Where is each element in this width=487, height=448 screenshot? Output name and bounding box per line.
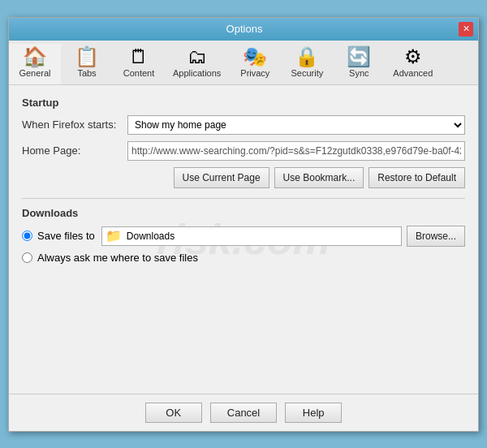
tab-sync-label: Sync	[349, 68, 368, 78]
section-divider	[22, 198, 465, 199]
when-firefox-starts-label: When Firefox starts:	[22, 118, 127, 131]
tab-content[interactable]: 🗒 Content	[113, 44, 165, 84]
downloads-section-title: Downloads	[22, 207, 465, 219]
window-title: Options	[30, 23, 459, 35]
tab-privacy-label: Privacy	[240, 68, 269, 78]
tab-privacy[interactable]: 🎭 Privacy	[229, 44, 281, 84]
when-firefox-starts-row: When Firefox starts: Show my home page S…	[22, 115, 465, 135]
startup-section-title: Startup	[22, 97, 465, 109]
options-window: Options ✕ 🏠 General 📋 Tabs 🗒 Content 🗂 A…	[8, 17, 479, 432]
save-files-row: Save files to 📁 Downloads Browse...	[22, 226, 465, 247]
tabs-icon: 📋	[75, 47, 99, 67]
tab-tabs-label: Tabs	[77, 68, 96, 78]
help-button[interactable]: Help	[285, 403, 342, 423]
cancel-button[interactable]: Cancel	[210, 403, 277, 423]
content-area: risk.com Startup When Firefox starts: Sh…	[9, 85, 478, 394]
downloads-section: Downloads Save files to 📁 Downloads Brow…	[22, 207, 465, 264]
tab-applications[interactable]: 🗂 Applications	[165, 44, 229, 84]
sync-icon: 🔄	[347, 47, 371, 67]
tab-applications-label: Applications	[173, 68, 221, 78]
advanced-icon: ⚙	[404, 47, 422, 67]
home-page-row: Home Page:	[22, 141, 465, 161]
tab-security[interactable]: 🔒 Security	[281, 44, 333, 84]
browse-button[interactable]: Browse...	[407, 226, 465, 247]
tab-tabs[interactable]: 📋 Tabs	[61, 44, 113, 84]
home-page-input[interactable]	[127, 141, 465, 161]
tab-advanced[interactable]: ⚙ Advanced	[385, 44, 441, 84]
always-ask-label: Always ask me where to save files	[37, 252, 198, 264]
applications-icon: 🗂	[187, 47, 207, 67]
download-path-box: 📁 Downloads	[101, 226, 402, 246]
ok-button[interactable]: OK	[145, 403, 202, 423]
tab-sync[interactable]: 🔄 Sync	[333, 44, 385, 84]
privacy-icon: 🎭	[243, 47, 267, 67]
save-files-text: Save files to	[37, 230, 95, 242]
home-page-label: Home Page:	[22, 144, 127, 157]
always-ask-radio[interactable]	[22, 252, 32, 263]
save-files-radio[interactable]	[22, 230, 32, 241]
save-files-label: Save files to	[22, 230, 95, 242]
use-bookmark-button[interactable]: Use Bookmark...	[274, 167, 364, 188]
restore-to-default-button[interactable]: Restore to Default	[368, 167, 465, 188]
general-icon: 🏠	[23, 47, 47, 67]
content-icon: 🗒	[129, 47, 149, 67]
download-path-text: Downloads	[127, 230, 175, 242]
always-ask-row: Always ask me where to save files	[22, 252, 465, 264]
title-bar: Options ✕	[9, 18, 478, 41]
tab-security-label: Security	[291, 68, 323, 78]
footer: OK Cancel Help	[9, 394, 478, 431]
folder-icon: 📁	[106, 228, 122, 243]
tab-advanced-label: Advanced	[393, 68, 433, 78]
use-current-page-button[interactable]: Use Current Page	[174, 167, 269, 188]
when-firefox-starts-select[interactable]: Show my home page Show a blank page Show…	[127, 115, 465, 135]
security-icon: 🔒	[295, 47, 319, 67]
startup-button-row: Use Current Page Use Bookmark... Restore…	[22, 167, 465, 188]
tab-content-label: Content	[123, 68, 155, 78]
close-button[interactable]: ✕	[459, 22, 473, 37]
tab-general[interactable]: 🏠 General	[9, 44, 61, 84]
startup-section: Startup When Firefox starts: Show my hom…	[22, 97, 465, 188]
toolbar: 🏠 General 📋 Tabs 🗒 Content 🗂 Application…	[9, 41, 478, 85]
tab-general-label: General	[19, 68, 50, 78]
